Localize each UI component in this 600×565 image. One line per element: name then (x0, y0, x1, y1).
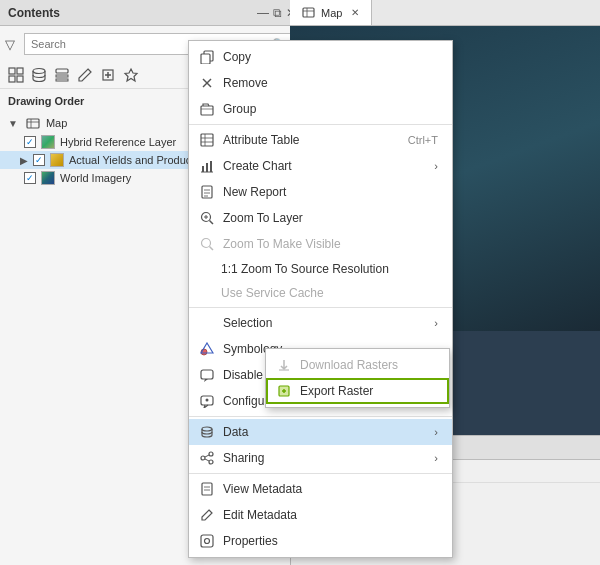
data-arrow: › (434, 426, 438, 438)
menu-item-zoom-to-layer[interactable]: Zoom To Layer (189, 205, 452, 231)
svg-marker-11 (125, 69, 137, 81)
menu-item-edit-metadata-label: Edit Metadata (223, 508, 297, 522)
menu-item-zoom-to-visible: Zoom To Make Visible (189, 231, 452, 257)
checkbox-actual-yields[interactable] (33, 154, 45, 166)
tree-item-world-imagery-label: World Imagery (60, 172, 131, 184)
svg-point-46 (209, 452, 213, 456)
menu-item-sharing[interactable]: Sharing › (189, 445, 452, 471)
menu-item-view-metadata-label: View Metadata (223, 482, 302, 496)
database-icon[interactable] (29, 65, 49, 85)
tree-expand-map[interactable]: ▼ (8, 118, 18, 129)
map-tab-close[interactable]: ✕ (351, 7, 359, 18)
filter-icon[interactable]: ▽ (5, 37, 15, 52)
svg-rect-6 (56, 75, 68, 77)
menu-item-attribute-table[interactable]: Attribute Table Ctrl+T (189, 127, 452, 153)
float-icon[interactable]: ⧉ (273, 6, 282, 20)
menu-item-selection[interactable]: Selection › (189, 310, 452, 336)
attribute-table-shortcut: Ctrl+T (408, 134, 438, 146)
menu-item-remove[interactable]: Remove (189, 70, 452, 96)
svg-point-38 (202, 239, 211, 248)
menu-item-copy-label: Copy (223, 50, 251, 64)
panel-header: Contents — ⧉ ✕ (0, 0, 304, 26)
svg-rect-2 (9, 76, 15, 82)
menu-item-properties-label: Properties (223, 534, 278, 548)
svg-point-55 (205, 539, 210, 544)
export-raster-icon (276, 383, 292, 399)
pencil-icon[interactable] (75, 65, 95, 85)
svg-rect-3 (17, 76, 23, 82)
menu-item-group[interactable]: Group (189, 96, 452, 122)
svg-line-49 (205, 455, 209, 457)
panel-title: Contents (8, 6, 60, 20)
svg-rect-21 (201, 106, 213, 115)
attribute-table-icon (199, 132, 215, 148)
svg-point-45 (202, 427, 212, 431)
svg-rect-51 (202, 483, 212, 495)
svg-rect-12 (27, 119, 39, 128)
checkbox-hybrid[interactable] (24, 136, 36, 148)
menu-item-service-cache-label: Use Service Cache (221, 286, 324, 300)
menu-item-remove-label: Remove (223, 76, 268, 90)
star-icon[interactable] (121, 65, 141, 85)
new-report-icon (199, 184, 215, 200)
svg-rect-42 (201, 370, 213, 379)
menu-item-new-report-label: New Report (223, 185, 286, 199)
submenu-download-rasters: Download Rasters (266, 352, 449, 378)
zoom-to-visible-icon (199, 236, 215, 252)
grid-icon[interactable] (6, 65, 26, 85)
svg-rect-1 (17, 68, 23, 74)
pin-icon[interactable]: — (257, 6, 269, 20)
svg-line-39 (210, 247, 214, 251)
svg-point-44 (206, 399, 209, 402)
svg-rect-5 (56, 69, 68, 73)
separator-3 (189, 416, 452, 417)
svg-rect-7 (56, 79, 68, 81)
svg-rect-0 (9, 68, 15, 74)
menu-item-properties[interactable]: Properties (189, 528, 452, 554)
map-tab-label: Map (321, 7, 342, 19)
expand-actual-yields[interactable]: ▶ (20, 155, 28, 166)
svg-rect-13 (303, 8, 314, 17)
map-tab-bar: Map ✕ (290, 0, 600, 26)
separator-1 (189, 124, 452, 125)
svg-point-47 (201, 456, 205, 460)
map-root-label: Map (46, 117, 67, 129)
create-chart-icon (199, 158, 215, 174)
edit-metadata-icon (199, 507, 215, 523)
layer-swatch-world (41, 171, 55, 185)
map-tab-icon (302, 6, 315, 19)
svg-point-4 (33, 69, 45, 74)
menu-item-selection-label: Selection (223, 316, 272, 330)
selection-arrow: › (434, 317, 438, 329)
svg-rect-27 (206, 163, 208, 172)
group-icon (199, 101, 215, 117)
menu-item-create-chart-label: Create Chart (223, 159, 292, 173)
separator-2 (189, 307, 452, 308)
menu-item-new-report[interactable]: New Report (189, 179, 452, 205)
context-menu: Copy Remove Group Attribute Table Ctrl+T… (188, 40, 453, 558)
submenu-export-raster[interactable]: Export Raster (266, 378, 449, 404)
submenu-download-rasters-label: Download Rasters (300, 358, 398, 372)
zoom-to-layer-icon (199, 210, 215, 226)
layer-group-icon[interactable] (52, 65, 72, 85)
map-tab[interactable]: Map ✕ (290, 0, 372, 25)
add-layer-icon[interactable] (98, 65, 118, 85)
submenu-export-raster-label: Export Raster (300, 384, 373, 398)
menu-item-zoom-source[interactable]: 1:1 Zoom To Source Resolution (189, 257, 452, 281)
menu-item-copy[interactable]: Copy (189, 44, 452, 70)
svg-rect-28 (210, 161, 212, 172)
download-rasters-icon (276, 357, 292, 373)
sharing-arrow: › (434, 452, 438, 464)
svg-point-48 (209, 460, 213, 464)
menu-item-group-label: Group (223, 102, 256, 116)
menu-item-attribute-table-label: Attribute Table (223, 133, 300, 147)
menu-item-data[interactable]: Data › (189, 419, 452, 445)
data-submenu: Download Rasters Export Raster (265, 348, 450, 408)
svg-line-35 (210, 221, 214, 225)
menu-item-edit-metadata[interactable]: Edit Metadata (189, 502, 452, 528)
checkbox-world-imagery[interactable] (24, 172, 36, 184)
menu-item-create-chart[interactable]: Create Chart › (189, 153, 452, 179)
menu-item-view-metadata[interactable]: View Metadata (189, 476, 452, 502)
svg-rect-18 (201, 54, 210, 64)
remove-icon (199, 75, 215, 91)
